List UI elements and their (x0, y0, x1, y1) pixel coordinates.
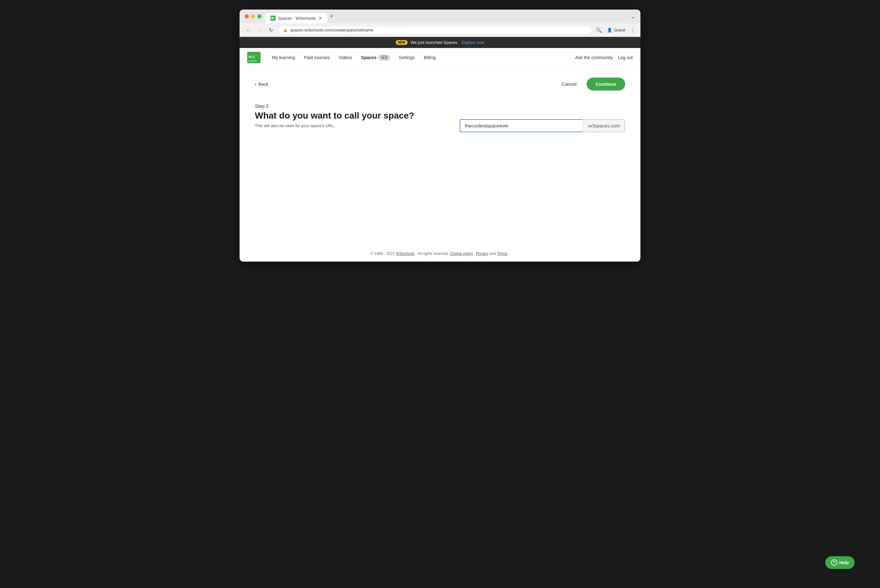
traffic-lights (245, 14, 262, 22)
url-text: spaces.w3schools.com/createspace/setname (290, 28, 373, 32)
footer-w3schools-link[interactable]: W3schools (396, 251, 415, 256)
guest-label: Guest (614, 28, 625, 32)
url-bar[interactable]: 🔒 spaces.w3schools.com/createspace/setna… (278, 26, 592, 34)
nav-videos[interactable]: Videos (335, 49, 356, 66)
footer-and: and (490, 251, 497, 256)
explore-link[interactable]: Explore now (462, 40, 484, 45)
tab-title: Spaces - W3schools (278, 16, 316, 21)
continue-button[interactable]: Continue (587, 78, 625, 91)
back-nav-button[interactable]: ← (245, 26, 252, 34)
svg-text:W3: W3 (248, 54, 254, 59)
logout-button[interactable]: Log out (618, 55, 633, 60)
svg-text:W: W (271, 16, 274, 20)
space-name-row: .w3spaces.com (460, 119, 625, 132)
banner-message: We just launched Spaces. (411, 40, 459, 45)
account-button[interactable]: 👤 Guest (607, 28, 625, 32)
menu-dots-icon[interactable]: ⋮ (630, 27, 635, 33)
lock-icon: 🔒 (283, 28, 287, 32)
back-arrow-icon: ‹ (255, 81, 256, 87)
new-tab-button[interactable]: + (327, 13, 336, 23)
page-content: ‹ Back Cancel Continue Step 2 What do yo… (239, 68, 641, 245)
nav-spaces[interactable]: Spaces NEW (357, 49, 394, 66)
minimize-button[interactable] (251, 14, 255, 18)
ask-community-link[interactable]: Ask the community (575, 55, 613, 60)
nav-links: My learning Paid courses Videos Spaces N… (268, 49, 575, 66)
search-icon[interactable]: 🔍 (596, 27, 602, 33)
account-icon: 👤 (607, 28, 612, 32)
svg-text:schools: schools (248, 59, 257, 62)
nav-my-learning[interactable]: My learning (268, 49, 299, 66)
footer-rights: . All rights reserved. (415, 251, 449, 256)
spaces-label: Spaces (361, 55, 377, 60)
back-label: Back (258, 82, 268, 87)
nav-paid-courses[interactable]: Paid courses (300, 49, 333, 66)
nav-billing[interactable]: Billing (420, 49, 439, 66)
nav-right: Ask the community Log out (575, 55, 633, 60)
page-footer: © 1999 - 2021 W3schools . All rights res… (239, 245, 641, 262)
address-bar: ← → ↻ 🔒 spaces.w3schools.com/createspace… (239, 23, 641, 37)
address-icons: 🔍 👤 Guest ⋮ (596, 27, 635, 33)
banner-new-badge: NEW (396, 40, 408, 45)
top-actions: Cancel Continue (557, 78, 625, 91)
forward-nav-button[interactable]: → (256, 26, 264, 34)
announcement-banner: NEW We just launched Spaces. Explore now (239, 37, 641, 48)
footer-period: . (508, 251, 509, 256)
tab-menu-icon[interactable]: ⌄ (630, 13, 635, 23)
step-label: Step 2 (255, 103, 625, 109)
w3schools-logo[interactable]: W3 schools (247, 48, 260, 67)
close-button[interactable] (245, 14, 249, 18)
footer-terms-link[interactable]: Terms (497, 251, 507, 256)
maximize-button[interactable] (257, 14, 262, 18)
footer-privacy-link[interactable]: Privacy (476, 251, 488, 256)
tab-close-icon[interactable]: ✕ (319, 16, 322, 21)
reload-button[interactable]: ↻ (268, 26, 274, 34)
cancel-button[interactable]: Cancel (557, 79, 582, 89)
footer-cookie-policy-link[interactable]: Cookie policy (450, 251, 473, 256)
tab-favicon: W (271, 16, 275, 21)
spaces-new-badge: NEW (379, 55, 390, 60)
title-bar: W Spaces - W3schools ✕ + ⌄ (239, 9, 641, 23)
footer-copyright: © 1999 - 2021 (371, 251, 395, 256)
tabs-area: W Spaces - W3schools ✕ + ⌄ (265, 13, 635, 23)
main-nav: W3 schools My learning Paid courses Vide… (239, 48, 641, 68)
browser-window: W Spaces - W3schools ✕ + ⌄ ← → ↻ 🔒 space… (239, 9, 641, 262)
space-name-input[interactable] (460, 119, 582, 132)
back-button[interactable]: ‹ Back (255, 80, 268, 88)
active-tab[interactable]: W Spaces - W3schools ✕ (265, 13, 327, 23)
spaces-badge: Spaces NEW (361, 55, 390, 60)
url-suffix: .w3spaces.com (582, 119, 625, 132)
back-row: ‹ Back Cancel Continue (255, 78, 625, 91)
nav-settings[interactable]: Settings (395, 49, 419, 66)
